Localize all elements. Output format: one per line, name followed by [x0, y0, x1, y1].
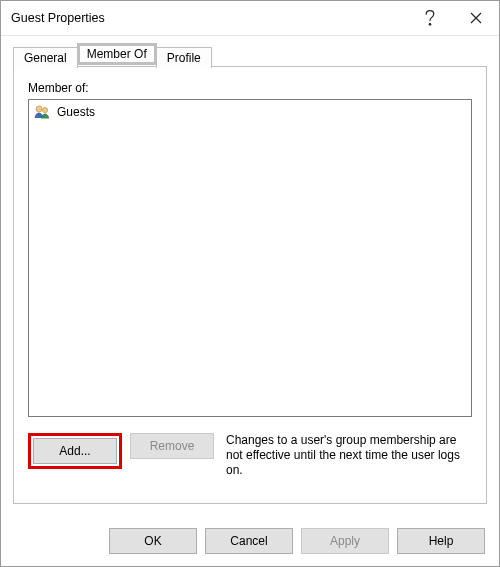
- context-help-button[interactable]: [407, 1, 453, 35]
- dialog-footer: OK Cancel Apply Help: [1, 516, 499, 566]
- tab-strip: General Member Of Profile: [13, 44, 487, 66]
- list-item[interactable]: Guests: [31, 102, 469, 122]
- tab-general[interactable]: General: [13, 47, 78, 68]
- add-button[interactable]: Add...: [33, 438, 117, 464]
- help-button[interactable]: Help: [397, 528, 485, 554]
- close-button[interactable]: [453, 1, 499, 35]
- ok-button[interactable]: OK: [109, 528, 197, 554]
- membership-note: Changes to a user's group membership are…: [222, 433, 472, 478]
- member-of-panel: Member of: Guests Add.: [13, 66, 487, 504]
- member-of-list[interactable]: Guests: [28, 99, 472, 417]
- guest-properties-dialog: Guest Properties General Member Of Profi…: [0, 0, 500, 567]
- add-highlight: Add...: [28, 433, 122, 469]
- tab-profile[interactable]: Profile: [156, 47, 212, 68]
- below-list-row: Add... Remove Changes to a user's group …: [28, 433, 472, 478]
- group-name: Guests: [57, 103, 95, 121]
- window-title: Guest Properties: [11, 11, 407, 25]
- apply-button: Apply: [301, 528, 389, 554]
- svg-point-1: [36, 106, 42, 112]
- svg-point-2: [42, 107, 47, 112]
- svg-point-0: [429, 23, 431, 25]
- cancel-button[interactable]: Cancel: [205, 528, 293, 554]
- dialog-body: General Member Of Profile Member of:: [1, 36, 499, 516]
- remove-button: Remove: [130, 433, 214, 459]
- member-of-label: Member of:: [28, 81, 472, 95]
- title-bar: Guest Properties: [1, 1, 499, 36]
- group-icon: [33, 103, 51, 121]
- tab-member-of[interactable]: Member Of: [77, 43, 157, 65]
